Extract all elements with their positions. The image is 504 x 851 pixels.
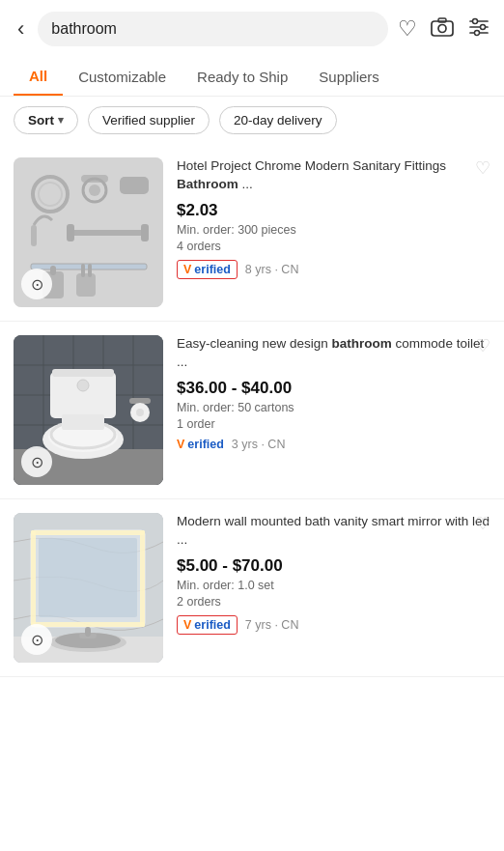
product-image-3[interactable]: ⊙	[14, 513, 163, 663]
product-title-2[interactable]: Easy-cleaning new design bathroom commod…	[177, 335, 490, 372]
delivery-label: 20-day delivery	[234, 113, 322, 128]
svg-point-43	[77, 380, 89, 391]
verified-badge-3[interactable]: Verified	[177, 615, 238, 635]
svg-rect-19	[141, 224, 149, 241]
wishlist-icon[interactable]: ♡	[398, 16, 417, 42]
product-info-1: Hotel Project Chrome Modern Sanitary Fit…	[177, 157, 490, 279]
filter-icon[interactable]	[467, 16, 490, 43]
verified-plain-2[interactable]: Verified	[177, 438, 224, 451]
header: ‹ bathroom ♡	[0, 0, 504, 58]
tab-suppliers[interactable]: Suppliers	[303, 59, 395, 95]
tab-ready-to-ship[interactable]: Ready to Ship	[182, 59, 303, 95]
wishlist-icon-2[interactable]: ♡	[475, 335, 490, 356]
tab-all[interactable]: All	[14, 58, 63, 96]
verified-supplier-label: Verified supplier	[102, 113, 195, 128]
product-info-2: Easy-cleaning new design bathroom commod…	[177, 335, 490, 451]
product-orders-1: 4 orders	[177, 240, 490, 253]
svg-rect-23	[76, 273, 96, 297]
tabs-bar: All Customizable Ready to Ship Suppliers	[0, 58, 504, 97]
svg-point-46	[136, 409, 144, 416]
verified-supplier-filter[interactable]: Verified supplier	[88, 106, 210, 134]
back-button[interactable]: ‹	[14, 13, 28, 45]
wishlist-icon-3[interactable]: ♡	[475, 513, 490, 534]
svg-rect-15	[120, 177, 149, 194]
chevron-down-icon: ▾	[58, 114, 64, 127]
product-min-order-3: Min. order: 1.0 set	[177, 579, 490, 592]
delivery-filter[interactable]: 20-day delivery	[219, 106, 337, 134]
svg-point-1	[438, 24, 446, 32]
svg-point-6	[473, 18, 478, 23]
product-title-1[interactable]: Hotel Project Chrome Modern Sanitary Fit…	[177, 157, 490, 194]
search-text: bathroom	[51, 20, 117, 38]
product-info-3: Modern wall mounted bath vanity smart mi…	[177, 513, 490, 635]
sort-filter[interactable]: Sort ▾	[14, 106, 78, 134]
svg-rect-18	[67, 224, 74, 241]
product-min-order-2: Min. order: 50 cartons	[177, 401, 490, 414]
product-min-order-1: Min. order: 300 pieces	[177, 223, 490, 237]
svg-rect-56	[31, 530, 36, 627]
svg-rect-57	[140, 530, 145, 627]
verified-row-3: Verified 7 yrs · CN	[177, 615, 490, 635]
svg-rect-42	[62, 414, 104, 430]
verified-row-1: Verified 8 yrs · CN	[177, 260, 490, 279]
svg-point-8	[475, 30, 480, 35]
sort-label: Sort	[28, 113, 54, 128]
svg-rect-2	[438, 18, 446, 22]
product-orders-3: 2 orders	[177, 595, 490, 609]
header-icons: ♡	[398, 16, 490, 43]
svg-rect-60	[85, 627, 91, 637]
verified-v-icon-3: V	[183, 618, 191, 632]
svg-rect-16	[31, 225, 37, 246]
product-price-2: $36.00 - $40.00	[177, 379, 490, 398]
svg-rect-54	[31, 530, 145, 535]
svg-rect-0	[432, 21, 453, 36]
verified-badge-1[interactable]: Verified	[177, 260, 238, 279]
verified-row-2: Verified 3 yrs · CN	[177, 438, 490, 451]
product-card-3: ⊙ Modern wall mounted bath vanity smart …	[0, 499, 504, 677]
scan-icon-3[interactable]: ⊙	[21, 624, 52, 655]
camera-icon[interactable]	[431, 16, 454, 43]
tab-customizable[interactable]: Customizable	[63, 59, 182, 95]
supplier-meta-1: 8 yrs · CN	[245, 263, 299, 276]
svg-rect-37	[50, 372, 116, 418]
svg-rect-58	[39, 538, 137, 617]
product-image-2[interactable]: ⊙	[14, 335, 163, 485]
svg-rect-25	[88, 264, 92, 277]
product-card-1: ⊙ Hotel Project Chrome Modern Sanitary F…	[0, 144, 504, 322]
svg-rect-24	[81, 264, 85, 277]
wishlist-icon-1[interactable]: ♡	[475, 157, 490, 179]
svg-rect-55	[31, 622, 145, 627]
scan-icon-1[interactable]: ⊙	[21, 269, 52, 299]
product-title-3[interactable]: Modern wall mounted bath vanity smart mi…	[177, 513, 490, 550]
svg-rect-38	[52, 369, 114, 377]
verified-v-icon-2: V	[177, 438, 184, 451]
search-bar[interactable]: bathroom	[38, 12, 388, 46]
svg-point-14	[89, 184, 100, 196]
product-price-3: $5.00 - $70.00	[177, 556, 490, 576]
verified-v-icon-1: V	[183, 263, 191, 276]
product-list: ⊙ Hotel Project Chrome Modern Sanitary F…	[0, 144, 504, 696]
filter-bar: Sort ▾ Verified supplier 20-day delivery	[0, 97, 504, 144]
product-price-1: $2.03	[177, 201, 490, 220]
product-image-1[interactable]: ⊙	[14, 157, 163, 307]
scan-icon-2[interactable]: ⊙	[21, 446, 52, 477]
svg-rect-17	[67, 230, 149, 236]
svg-point-7	[481, 24, 486, 29]
product-orders-2: 1 order	[177, 417, 490, 431]
supplier-meta-2: 3 yrs · CN	[232, 438, 286, 451]
supplier-meta-3: 7 yrs · CN	[245, 618, 299, 632]
product-card-2: ⊙ Easy-cleaning new design bathroom comm…	[0, 322, 504, 499]
svg-rect-22	[50, 266, 56, 275]
